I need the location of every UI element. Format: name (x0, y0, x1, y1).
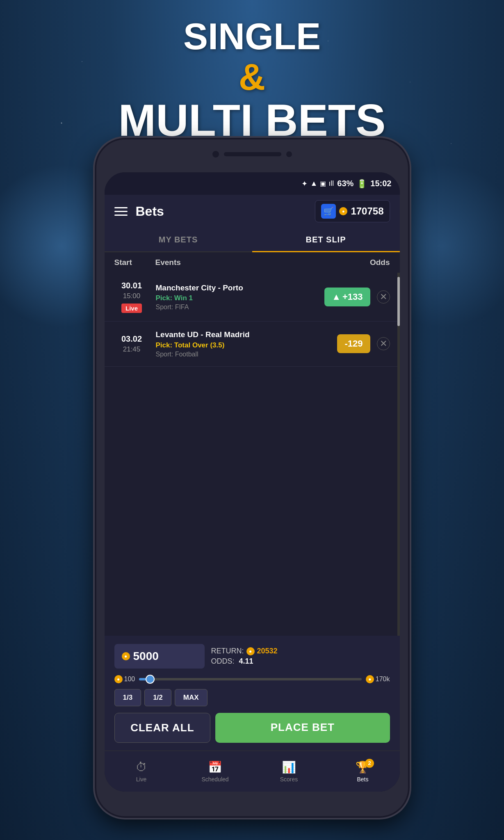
odds-badge-2: -129 (337, 334, 370, 353)
slider-max-label: ● 170k (366, 675, 390, 683)
nav-item-scores[interactable]: 📊 Scores (252, 760, 326, 783)
bet-list: 30.01 15:00 Live Manchester City - Porto… (105, 273, 400, 636)
hamburger-line-2 (114, 211, 128, 212)
return-label: RETURN: (211, 647, 244, 655)
bet-date-2: 03.02 (121, 334, 142, 344)
bet-sport-2: Sport: Football (156, 351, 331, 358)
nav-item-bets[interactable]: 🏆 2 Bets (326, 760, 400, 783)
phone-screen: ✦ ▲ ▣ ıll 63% 🔋 15:02 Bets 🛒 ● 170758 (105, 172, 400, 792)
quick-bets-row: 1/3 1/2 MAX (114, 689, 390, 706)
nav-item-live[interactable]: ⏱ Live (105, 760, 178, 783)
live-badge-1: Live (121, 304, 142, 313)
speaker-bar (224, 152, 281, 156)
bet-footer: ● 5000 RETURN: ● 20532 ODDS: 4.11 (105, 636, 400, 751)
return-line: RETURN: ● 20532 (211, 647, 390, 655)
bet-row-2: 03.02 21:45 Levante UD - Real Madrid Pic… (105, 322, 400, 367)
slider-min-value: 100 (124, 676, 135, 683)
slider-thumb[interactable] (146, 675, 155, 684)
slider-max-value: 170k (376, 676, 390, 683)
bet-match-1: Manchester City - Porto (156, 283, 318, 293)
return-coin: ● (246, 647, 255, 655)
return-info: RETURN: ● 20532 ODDS: 4.11 (211, 647, 390, 666)
nav-item-scheduled[interactable]: 📅 Scheduled (178, 760, 252, 783)
amount-value: 5000 (133, 650, 159, 663)
odds-label: ODDS: (211, 657, 235, 665)
bets-badge: 2 (365, 759, 374, 768)
hero-line3: MULTI BETS (0, 98, 504, 143)
amount-coin-icon: ● (122, 652, 130, 660)
bet-match-2: Levante UD - Real Madrid (156, 330, 331, 340)
bet-date-col-1: 30.01 15:00 Live (114, 281, 149, 313)
app-title: Bets (136, 204, 315, 219)
scheduled-icon: 📅 (208, 760, 222, 774)
sensor-dot-2 (286, 151, 292, 157)
hamburger-line-3 (114, 215, 128, 216)
tab-bet-slip[interactable]: BET SLIP (252, 228, 400, 251)
close-bet-2[interactable]: ✕ (377, 337, 390, 350)
tabs-bar: MY BETS BET SLIP (105, 228, 400, 252)
balance-button[interactable]: 🛒 ● 170758 (315, 200, 390, 222)
bet-time-1: 15:00 (123, 292, 141, 300)
wifi-icon: ▲ (310, 179, 317, 188)
app-header: Bets 🛒 ● 170758 (105, 195, 400, 228)
clock: 15:02 (370, 179, 391, 188)
phone-sensors (212, 151, 292, 158)
quick-bet-1-3[interactable]: 1/3 (114, 689, 141, 706)
col-header-start: Start (114, 258, 155, 267)
bet-time-2: 21:45 (123, 345, 141, 354)
odds-total-value: 4.11 (239, 657, 253, 665)
col-header-odds: Odds (341, 258, 390, 267)
col-header-events: Events (155, 258, 341, 267)
slider-min-coin: ● (114, 675, 123, 683)
bet-date-1: 30.01 (121, 281, 142, 290)
odds-line: ODDS: 4.11 (211, 657, 390, 666)
nav-label-scheduled: Scheduled (201, 776, 228, 783)
phone: ✦ ▲ ▣ ıll 63% 🔋 15:02 Bets 🛒 ● 170758 (96, 139, 408, 816)
tab-my-bets[interactable]: MY BETS (105, 228, 252, 251)
action-row: CLEAR ALL PLACE BET (114, 713, 390, 743)
odds-arrow-1: ▲ (332, 292, 341, 302)
bet-row: 30.01 15:00 Live Manchester City - Porto… (105, 273, 400, 322)
bluetooth-icon: ✦ (301, 179, 308, 188)
place-bet-button[interactable]: PLACE BET (215, 713, 390, 743)
return-value: 20532 (257, 647, 278, 655)
slider-track[interactable] (139, 678, 362, 680)
hero-line1: SINGLE (0, 16, 504, 57)
hero-line2: & (0, 57, 504, 98)
quick-bet-max[interactable]: MAX (175, 689, 208, 706)
clear-all-button[interactable]: CLEAR ALL (114, 713, 211, 743)
battery-percent: 63% (337, 179, 353, 188)
wallet-icon: 🛒 (321, 204, 336, 219)
scroll-thumb[interactable] (397, 277, 400, 326)
bet-pick-2: Pick: Total Over (3.5) (156, 341, 331, 349)
nav-label-scores: Scores (280, 776, 298, 783)
bet-date-col-2: 03.02 21:45 (114, 334, 149, 354)
live-icon: ⏱ (136, 760, 147, 774)
nav-label-live: Live (136, 776, 147, 783)
slider-min-label: ● 100 (114, 675, 135, 683)
odds-badge-1: ▲ +133 (324, 288, 370, 306)
hamburger-menu[interactable] (114, 207, 128, 216)
bet-info-col-2: Levante UD - Real Madrid Pick: Total Ove… (156, 330, 331, 358)
slider-max-coin: ● (366, 675, 374, 683)
close-bet-1[interactable]: ✕ (377, 290, 390, 304)
sensor-dot-1 (212, 151, 219, 158)
scores-icon: 📊 (282, 760, 296, 774)
bet-sport-1: Sport: FIFA (156, 304, 318, 311)
balance-amount: 170758 (351, 205, 383, 217)
quick-bet-1-2[interactable]: 1/2 (144, 689, 171, 706)
table-header: Start Events Odds (105, 252, 400, 273)
status-icons: ✦ ▲ ▣ ıll (301, 179, 334, 188)
data-icon: ▣ (320, 180, 326, 187)
bet-info-col-1: Manchester City - Porto Pick: Win 1 Spor… (156, 283, 318, 311)
bet-amount-row: ● 5000 RETURN: ● 20532 ODDS: 4.11 (114, 644, 390, 669)
nav-label-bets: Bets (357, 776, 368, 783)
battery-icon: 🔋 (357, 179, 367, 189)
scrollbar[interactable] (397, 273, 400, 636)
odds-value-2: -129 (344, 338, 363, 349)
bottom-nav: ⏱ Live 📅 Scheduled 📊 Scores 🏆 2 Bets (105, 751, 400, 792)
slider-row: ● 100 ● 170k (114, 675, 390, 683)
amount-input[interactable]: ● 5000 (114, 644, 205, 669)
coin-icon: ● (339, 207, 347, 215)
hero-title-block: SINGLE & MULTI BETS (0, 16, 504, 143)
